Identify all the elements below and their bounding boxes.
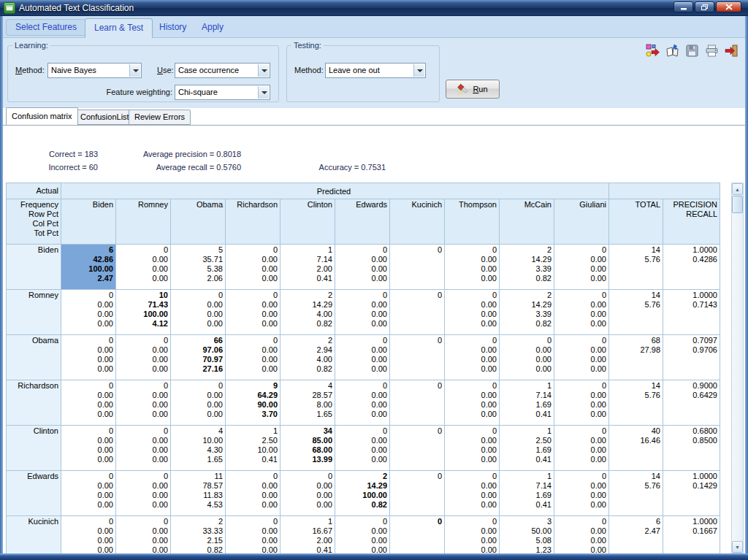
- testing-method-dropdown[interactable]: Leave one out: [325, 63, 426, 78]
- cell-obama-total[interactable]: 68 27.98: [609, 335, 663, 380]
- save-icon[interactable]: [685, 44, 699, 58]
- use-dropdown[interactable]: Case occurrence: [175, 63, 270, 78]
- cell-romney-biden[interactable]: 0 0.00 0.00 0.00: [61, 290, 116, 335]
- tab-learn-and-test[interactable]: Learn & Test: [85, 18, 153, 38]
- tab-history[interactable]: History: [150, 18, 195, 36]
- cell-kucinich-total[interactable]: 6 2.47: [609, 516, 663, 554]
- cell-edwards-giuliani[interactable]: 0 0.00 0.00 0.00: [554, 471, 609, 516]
- cell-obama-clinton[interactable]: 2 2.94 4.00 0.82: [280, 335, 335, 380]
- minimize-button[interactable]: [673, 1, 693, 12]
- cell-obama-giuliani[interactable]: 0 0.00 0.00 0.00: [554, 335, 609, 380]
- classify-results-icon[interactable]: [646, 44, 660, 58]
- cell-romney-clinton[interactable]: 2 14.29 4.00 0.82: [280, 290, 335, 335]
- cell-richardson-biden[interactable]: 0 0.00 0.00 0.00: [61, 380, 116, 426]
- cell-romney-romney[interactable]: 10 71.43 100.00 4.12: [116, 290, 171, 335]
- tab-confusion-list[interactable]: ConfusionList: [75, 110, 135, 125]
- cell-obama-kucinich[interactable]: 0: [390, 335, 445, 380]
- cell-kucinich-precision[interactable]: 1.0000 0.1667: [663, 516, 720, 554]
- report-icon[interactable]: [665, 44, 679, 58]
- cell-kucinich-clinton[interactable]: 1 16.67 2.00 0.41: [280, 516, 335, 554]
- cell-clinton-thompson[interactable]: 0 0.00 0.00 0.00: [445, 426, 500, 471]
- cell-biden-giuliani[interactable]: 0 0.00 0.00 0.00: [554, 245, 609, 290]
- learning-method-dropdown[interactable]: Naive Bayes: [47, 63, 142, 78]
- cell-biden-richardson[interactable]: 0 0.00 0.00 0.00: [226, 245, 280, 290]
- cell-richardson-romney[interactable]: 0 0.00 0.00 0.00: [116, 380, 171, 426]
- cell-kucinich-romney[interactable]: 0 0.00 0.00 0.00: [116, 516, 171, 554]
- cell-clinton-clinton[interactable]: 34 85.00 68.00 13.99: [280, 426, 335, 471]
- cell-kucinich-mccain[interactable]: 3 50.00 5.08 1.23: [500, 516, 554, 554]
- tab-confusion-matrix[interactable]: Confusion matrix: [6, 107, 78, 125]
- cell-richardson-total[interactable]: 14 5.76: [609, 380, 663, 426]
- cell-edwards-richardson[interactable]: 0 0.00 0.00 0.00: [226, 471, 280, 516]
- cell-kucinich-kucinich[interactable]: 0: [390, 516, 445, 554]
- print-icon[interactable]: [705, 44, 719, 58]
- cell-clinton-precision[interactable]: 0.6800 0.8500: [663, 426, 720, 471]
- restore-button[interactable]: [695, 1, 714, 12]
- cell-biden-kucinich[interactable]: 0: [390, 245, 445, 290]
- cell-romney-precision[interactable]: 1.0000 0.7143: [663, 290, 720, 335]
- cell-edwards-kucinich[interactable]: 0: [390, 471, 445, 516]
- cell-kucinich-giuliani[interactable]: 0 0.00 0.00 0.00: [554, 516, 609, 554]
- cell-obama-precision[interactable]: 0.7097 0.9706: [663, 335, 720, 380]
- cell-romney-total[interactable]: 14 5.76: [609, 290, 663, 335]
- cell-obama-romney[interactable]: 0 0.00 0.00 0.00: [116, 335, 171, 380]
- cell-richardson-thompson[interactable]: 0 0.00 0.00 0.00: [445, 380, 500, 426]
- cell-edwards-biden[interactable]: 0 0.00 0.00 0.00: [61, 471, 116, 516]
- cell-edwards-edwards[interactable]: 2 14.29 100.00 0.82: [335, 471, 390, 516]
- cell-romney-giuliani[interactable]: 0 0.00 0.00 0.00: [554, 290, 609, 335]
- cell-biden-precision[interactable]: 1.0000 0.4286: [663, 245, 720, 290]
- tab-select-features[interactable]: Select Features: [6, 19, 86, 36]
- cell-biden-biden[interactable]: 6 42.86 100.00 2.47: [61, 245, 116, 290]
- tab-review-errors[interactable]: Review Errors: [129, 110, 191, 125]
- cell-edwards-precision[interactable]: 1.0000 0.1429: [663, 471, 720, 516]
- cell-romney-richardson[interactable]: 0 0.00 0.00 0.00: [226, 290, 280, 335]
- cell-edwards-thompson[interactable]: 0 0.00 0.00 0.00: [445, 471, 500, 516]
- cell-edwards-mccain[interactable]: 1 7.14 1.69 0.41: [500, 471, 554, 516]
- cell-biden-total[interactable]: 14 5.76: [609, 245, 663, 290]
- cell-edwards-obama[interactable]: 11 78.57 11.83 4.53: [171, 471, 226, 516]
- vertical-scrollbar[interactable]: ▲ ▼: [731, 183, 744, 553]
- cell-romney-edwards[interactable]: 0 0.00 0.00 0.00: [335, 290, 390, 335]
- close-button[interactable]: [716, 1, 741, 12]
- cell-romney-mccain[interactable]: 2 14.29 3.39 0.82: [500, 290, 554, 335]
- cell-kucinich-biden[interactable]: 0 0.00 0.00 0.00: [61, 516, 116, 554]
- cell-biden-thompson[interactable]: 0 0.00 0.00 0.00: [445, 245, 500, 290]
- cell-kucinich-obama[interactable]: 2 33.33 2.15 0.82: [171, 516, 226, 554]
- cell-obama-obama[interactable]: 66 97.06 70.97 27.16: [171, 335, 226, 380]
- feature-weighting-dropdown[interactable]: Chi-square: [175, 85, 270, 100]
- cell-edwards-total[interactable]: 14 5.76: [609, 471, 663, 516]
- cell-richardson-edwards[interactable]: 0 0.00 0.00 0.00: [335, 380, 390, 426]
- cell-romney-kucinich[interactable]: 0: [390, 290, 445, 335]
- scroll-up-button[interactable]: ▲: [732, 183, 743, 195]
- cell-richardson-richardson[interactable]: 9 64.29 90.00 3.70: [226, 380, 280, 426]
- scrollbar-thumb[interactable]: [732, 196, 743, 213]
- cell-obama-thompson[interactable]: 0 0.00 0.00 0.00: [445, 335, 500, 380]
- exit-icon[interactable]: [725, 44, 739, 58]
- tab-apply[interactable]: Apply: [193, 18, 232, 36]
- cell-clinton-kucinich[interactable]: 0: [390, 426, 445, 471]
- cell-kucinich-richardson[interactable]: 0 0.00 0.00 0.00: [226, 516, 280, 554]
- cell-biden-edwards[interactable]: 0 0.00 0.00 0.00: [335, 245, 390, 290]
- cell-clinton-total[interactable]: 40 16.46: [609, 426, 663, 471]
- cell-kucinich-thompson[interactable]: 0 0.00 0.00 0.00: [445, 516, 500, 554]
- cell-biden-romney[interactable]: 0 0.00 0.00 0.00: [116, 245, 171, 290]
- cell-edwards-romney[interactable]: 0 0.00 0.00 0.00: [116, 471, 171, 516]
- cell-clinton-biden[interactable]: 0 0.00 0.00 0.00: [61, 426, 116, 471]
- scroll-down-button[interactable]: ▼: [732, 541, 743, 553]
- cell-richardson-clinton[interactable]: 4 28.57 8.00 1.65: [280, 380, 335, 426]
- cell-obama-biden[interactable]: 0 0.00 0.00 0.00: [61, 335, 116, 380]
- cell-romney-thompson[interactable]: 0 0.00 0.00 0.00: [445, 290, 500, 335]
- cell-richardson-precision[interactable]: 0.9000 0.6429: [663, 380, 720, 426]
- cell-clinton-giuliani[interactable]: 0 0.00 0.00 0.00: [554, 426, 609, 471]
- cell-clinton-edwards[interactable]: 0 0.00 0.00 0.00: [335, 426, 390, 471]
- cell-richardson-giuliani[interactable]: 0 0.00 0.00 0.00: [554, 380, 609, 426]
- cell-obama-edwards[interactable]: 0 0.00 0.00 0.00: [335, 335, 390, 380]
- cell-clinton-romney[interactable]: 0 0.00 0.00 0.00: [116, 426, 171, 471]
- cell-romney-obama[interactable]: 0 0.00 0.00 0.00: [171, 290, 226, 335]
- cell-kucinich-edwards[interactable]: 0 0.00 0.00 0.00: [335, 516, 390, 554]
- cell-clinton-richardson[interactable]: 1 2.50 10.00 0.41: [226, 426, 280, 471]
- run-button[interactable]: Run: [446, 80, 500, 99]
- cell-richardson-obama[interactable]: 0 0.00 0.00 0.00: [171, 380, 226, 426]
- cell-obama-richardson[interactable]: 0 0.00 0.00 0.00: [226, 335, 280, 380]
- cell-edwards-clinton[interactable]: 0 0.00 0.00 0.00: [280, 471, 335, 516]
